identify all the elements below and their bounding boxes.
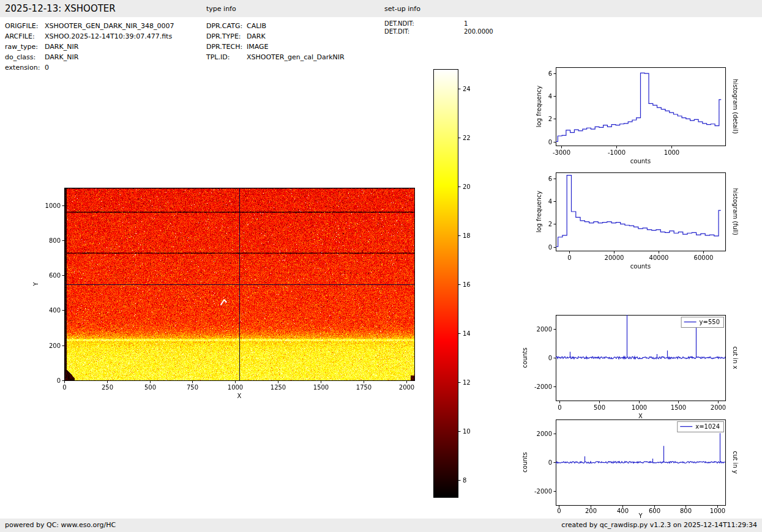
- arcfile-row: ARCFILE: XSHOO.2025-12-14T10:39:07.477.f…: [5, 31, 174, 42]
- do-class-value: DARK_NIR: [45, 52, 78, 62]
- footer-bar: powered by QC: www.eso.org/HC created by…: [0, 519, 762, 532]
- dpr-tech-row: DPR.TECH: IMAGE: [206, 42, 345, 52]
- raw-type-row: raw_type: DARK_NIR: [5, 42, 174, 52]
- extension-value: 0: [45, 62, 49, 73]
- dpr-type-label: DPR.TYPE:: [206, 31, 247, 42]
- footer-created-by: created by qc_rawdisp.py v1.2.3 on 2025-…: [561, 521, 757, 529]
- arcfile-label: ARCFILE:: [5, 31, 45, 42]
- arcfile-value: XSHOO.2025-12-14T10:39:07.477.fits: [45, 31, 172, 42]
- origfile-row: ORIGFILE: XSHOOTER_GEN_DARK_NIR_348_0007: [5, 21, 174, 31]
- extension-row: extension: 0: [5, 62, 174, 73]
- tpl-id-label: TPL.ID:: [206, 52, 247, 62]
- cut-in-y-chart: [508, 412, 756, 531]
- dark-frame-heatmap: [31, 177, 428, 419]
- dpr-tech-value: IMAGE: [247, 42, 269, 52]
- dpr-type-value: DARK: [247, 31, 266, 42]
- tpl-id-value: XSHOOTER_gen_cal_DarkNIR: [247, 52, 345, 62]
- dpr-catg-value: CALIB: [247, 21, 266, 31]
- setup-info-heading: set-up info: [384, 5, 420, 13]
- do-class-row: do_class: DARK_NIR: [5, 52, 174, 62]
- det-ndit-label: DET.NDIT:: [384, 20, 464, 28]
- det-dit-row: DET.DIT: 200.0000: [384, 28, 493, 36]
- cut-in-x-chart: [508, 306, 756, 425]
- det-dit-value: 200.0000: [464, 28, 493, 36]
- header-bar: 2025-12-13: XSHOOTER type info set-up in…: [0, 0, 762, 17]
- raw-type-label: raw_type:: [5, 42, 45, 52]
- setup-info-block: DET.NDIT: 1 DET.DIT: 200.0000: [384, 20, 493, 35]
- extension-label: extension:: [5, 62, 45, 73]
- colorbar: [428, 64, 484, 501]
- dpr-tech-label: DPR.TECH:: [206, 42, 247, 52]
- dpr-catg-row: DPR.CATG: CALIB: [206, 21, 345, 31]
- qc-report-page: 2025-12-13: XSHOOTER type info set-up in…: [0, 0, 762, 532]
- origfile-label: ORIGFILE:: [5, 21, 45, 31]
- det-ndit-row: DET.NDIT: 1: [384, 20, 493, 28]
- det-ndit-value: 1: [464, 20, 468, 28]
- raw-type-value: DARK_NIR: [45, 42, 78, 52]
- tpl-id-row: TPL.ID: XSHOOTER_gen_cal_DarkNIR: [206, 52, 345, 62]
- histogram-full-chart: [508, 163, 756, 276]
- type-info-heading: type info: [206, 5, 236, 13]
- do-class-label: do_class:: [5, 52, 45, 62]
- footer-qc-text: powered by QC: www.eso.org/HC: [5, 521, 116, 529]
- histogram-detail-chart: [508, 58, 756, 171]
- origfile-value: XSHOOTER_GEN_DARK_NIR_348_0007: [45, 21, 174, 31]
- det-dit-label: DET.DIT:: [384, 28, 464, 36]
- file-info-block: ORIGFILE: XSHOOTER_GEN_DARK_NIR_348_0007…: [5, 21, 174, 73]
- type-info-block: DPR.CATG: CALIB DPR.TYPE: DARK DPR.TECH:…: [206, 21, 345, 62]
- dpr-type-row: DPR.TYPE: DARK: [206, 31, 345, 42]
- dpr-catg-label: DPR.CATG:: [206, 21, 247, 31]
- page-title: 2025-12-13: XSHOOTER: [5, 3, 116, 14]
